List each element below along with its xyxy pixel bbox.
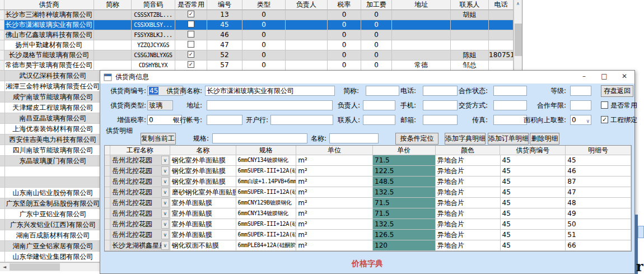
cell-供货商编号[interactable]: 45 xyxy=(501,219,566,230)
cell-地址[interactable] xyxy=(392,50,451,61)
list-item[interactable]: 武汉亿深科技有限公司 xyxy=(0,71,101,81)
cell-规格[interactable]: 6mmSUPER-III+12A(硅... xyxy=(236,187,297,198)
cell-供货商[interactable]: 长沙晟格节能玻璃有限公司 xyxy=(4,50,94,61)
chevron-down-icon[interactable]: ∨ xyxy=(161,220,169,229)
cell-负责人[interactable] xyxy=(286,30,328,40)
cell-电话[interactable] xyxy=(489,61,514,71)
row-header-cell[interactable] xyxy=(105,240,110,251)
cell-供货商编号[interactable]: 45 xyxy=(501,166,566,177)
list-item[interactable]: 天津耀皮工程玻璃有限公司 xyxy=(0,103,101,113)
list-item[interactable]: 湖南百成新材料有限公司 xyxy=(0,230,101,241)
copy-project-button[interactable]: 复制当前工程 xyxy=(141,133,176,145)
cell-地址[interactable] xyxy=(392,40,451,50)
column-header-5[interactable]: 类型 xyxy=(242,0,286,10)
cell-联系人[interactable] xyxy=(451,30,489,40)
row-header-cell[interactable] xyxy=(105,177,110,187)
cell-单价[interactable]: 71.5 xyxy=(373,208,436,219)
cell-颜色[interactable]: 异地合片 xyxy=(436,230,501,240)
list-item[interactable] xyxy=(0,166,101,177)
cell-电话[interactable] xyxy=(489,20,514,30)
column-header-1[interactable]: 名称 xyxy=(170,146,236,155)
row-header-cell[interactable] xyxy=(0,40,4,50)
cell-规格[interactable]: 6mm白玻+1.14PVB+6mm... xyxy=(236,177,297,187)
supplier-row[interactable]: 长沙市潇湘玻璃实业有限公司CSSXXBLSY...45000 xyxy=(0,20,514,30)
cell-加工费[interactable]: 0 xyxy=(361,30,392,40)
cell-联系人[interactable]: 胡姐 xyxy=(451,10,489,20)
cell-供货商编号[interactable]: 45 xyxy=(501,187,566,198)
cell-加工费[interactable]: 0 xyxy=(361,50,392,61)
checkbox-icon[interactable] xyxy=(188,41,194,48)
cell-加工费[interactable]: 0 xyxy=(361,20,392,30)
locate-by-condition-button[interactable]: 按条件定位 xyxy=(395,133,438,145)
row-header-cell[interactable] xyxy=(105,230,110,240)
cell-工程名称[interactable]: 岳州北控花园∨ xyxy=(110,166,170,177)
row-header-cell[interactable] xyxy=(105,208,110,219)
save-return-button[interactable]: 存盘返回 xyxy=(601,85,633,97)
cell-简音码[interactable]: CSSXXBLSY... xyxy=(132,20,175,30)
cell-类型[interactable]: 0 xyxy=(242,61,286,71)
row-header-cell[interactable] xyxy=(105,187,110,198)
cell-编号[interactable]: 46 xyxy=(207,30,242,40)
cell-电话[interactable] xyxy=(489,30,514,40)
common-checkbox[interactable] xyxy=(601,101,608,109)
cell-名称[interactable]: 钢化室外单面贴膜 xyxy=(170,155,236,166)
supplier-name-field[interactable]: 长沙市潇湘玻璃实业有限公司 xyxy=(205,86,335,96)
name-filter-input[interactable] xyxy=(329,133,379,143)
cell-供货商[interactable]: 长沙市三湘特种玻璃有限公司 xyxy=(4,10,94,20)
column-header-8[interactable]: 加工费 xyxy=(361,0,392,10)
list-item[interactable]: 西安佳吉美电力科技有限公司 xyxy=(0,134,101,145)
cell-工程名称[interactable]: 长沙龙湖祺鑫星座∨ xyxy=(110,240,170,251)
cell-明细号[interactable]: 51 xyxy=(566,230,631,240)
cell-规格[interactable]: 6mmSUPER-III+12A(硅... xyxy=(236,219,297,230)
address-field[interactable] xyxy=(207,100,333,110)
cell-单价[interactable]: 132.5 xyxy=(373,187,436,198)
cell-供货商[interactable]: 扬州中勤建材有限公司 xyxy=(4,40,94,50)
supplier-row[interactable]: 常德市昊宇玻璃有限责任公司CDSHYBLYX✓57000常德邹总 xyxy=(0,61,514,71)
cell-工程名称[interactable]: 岳州北控花园∨ xyxy=(110,187,170,198)
row-header-cell[interactable] xyxy=(105,155,110,166)
delivery-field[interactable] xyxy=(493,100,527,110)
cell-名称[interactable]: 室外单面贴膜 xyxy=(170,219,236,230)
area-round-dropdown[interactable]: 0∨ xyxy=(570,115,591,125)
cell-颜色[interactable]: 异地合片 xyxy=(436,208,501,219)
detail-row[interactable]: 岳州北控花园∨钢化室外单面贴膜6mmCNY134镀膜钢化m²71.5异地合片45… xyxy=(105,155,631,166)
list-item[interactable] xyxy=(0,177,101,188)
grid-vertical-scrollbar[interactable]: ∧ xyxy=(514,0,522,71)
row-header-cell[interactable] xyxy=(105,166,110,177)
cell-电话[interactable]: 180751 xyxy=(489,50,514,61)
supplier-type-field[interactable]: 玻璃 xyxy=(147,100,173,110)
column-header-5[interactable]: 颜色 xyxy=(436,146,501,155)
column-header-4[interactable]: 编号 xyxy=(207,0,242,10)
column-header-2[interactable]: 规格 xyxy=(236,146,297,155)
cell-简称[interactable] xyxy=(94,50,132,61)
checkbox-icon[interactable] xyxy=(188,21,194,27)
column-header-4[interactable]: 单价 xyxy=(373,146,436,155)
detail-row[interactable]: 岳州北控花园∨钢化室外单面贴膜6mmSUPER-III+12A(硅...m²12… xyxy=(105,166,631,177)
owner-field[interactable] xyxy=(363,100,395,110)
close-button[interactable]: ✕ xyxy=(614,71,634,83)
cell-单价[interactable]: 71.5 xyxy=(373,198,436,208)
cell-规格[interactable]: 6mmCNY129B镀膜钢化 xyxy=(236,198,297,208)
list-item[interactable]: 东晶玻璃厦门有限公司 xyxy=(0,156,101,166)
checkbox-icon[interactable]: ✓ xyxy=(188,11,194,17)
cell-编号[interactable]: 45 xyxy=(207,20,242,30)
cell-明细号[interactable]: 50 xyxy=(566,219,631,230)
column-header-6[interactable]: 负责人 xyxy=(286,0,328,10)
cell-单位[interactable]: m² xyxy=(296,187,373,198)
cell-单价[interactable]: 132.5 xyxy=(373,219,436,230)
cell-税率[interactable]: 0 xyxy=(328,10,361,20)
bank-field[interactable] xyxy=(270,115,333,125)
scrollbar-thumb[interactable] xyxy=(10,263,60,271)
cell-颜色[interactable]: 异地合片 xyxy=(436,187,501,198)
maximize-button[interactable]: □ xyxy=(594,71,614,83)
cell-规格[interactable]: 6mmSUPER-III+12A(硅... xyxy=(236,230,297,240)
detail-row[interactable]: 岳州北控花园∨室外单面贴膜6mmCNY134镀膜钢化m²71.5异地合片4549 xyxy=(105,208,631,219)
cell-税率[interactable]: 0 xyxy=(328,50,361,61)
cell-工程名称[interactable]: 岳州北控花园∨ xyxy=(110,208,170,219)
cell-类型[interactable]: 0 xyxy=(242,30,286,40)
column-header-0[interactable]: 工程名称 xyxy=(110,146,170,155)
cell-简音码[interactable]: CSSGJNBLYXGS xyxy=(132,50,175,61)
delete-detail-button[interactable]: 删除明细 xyxy=(530,133,559,145)
cell-编号[interactable]: 57 xyxy=(207,61,242,71)
list-item[interactable]: 湘潭三金特种玻璃有限责任公司 xyxy=(0,81,101,92)
